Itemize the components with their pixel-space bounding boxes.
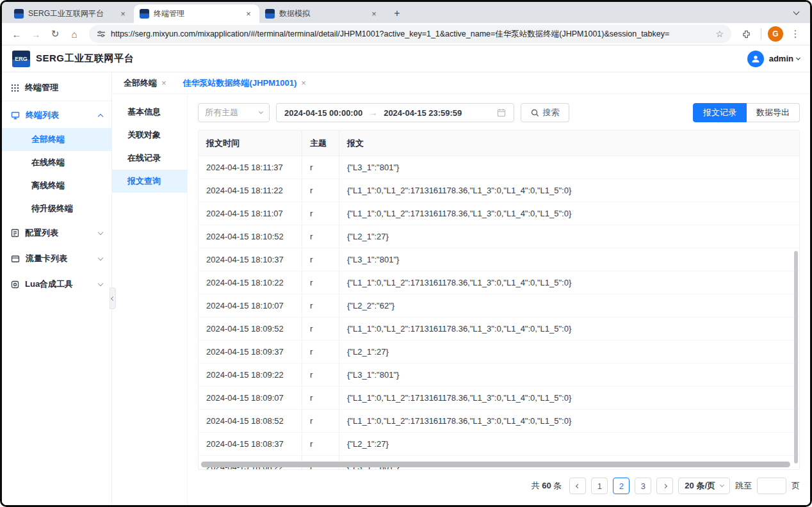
message-table: 报文时间 主题 报文 2024-04-15 18:11:37 r {"L3_1"…: [198, 130, 800, 470]
extensions-icon[interactable]: [738, 26, 754, 42]
detail-area: 基本信息 关联对象 在线记录 报文查询 所有主题 2024-04-15 00:0…: [112, 94, 810, 505]
cell-time: 2024-04-15 18:09:22: [199, 364, 302, 386]
workspace-tab-bar: 全部终端 × 佳华泵站数据终端(JHPM1001) ×: [112, 72, 810, 94]
cell-payload: {"L1_1":0,"L1_2":1713161178.36,"L1_3":0,…: [339, 271, 799, 294]
tab-close-icon[interactable]: ×: [301, 78, 306, 88]
grid-icon: [11, 84, 19, 92]
cell-topic: r: [302, 318, 339, 340]
sidebar-item-lua-tool[interactable]: Lua合成工具: [2, 271, 111, 297]
page-button-3[interactable]: 3: [635, 478, 651, 494]
page-button-1[interactable]: 1: [591, 478, 608, 494]
tab-search-button[interactable]: [788, 5, 804, 20]
table-row: 2024-04-15 18:10:22 r {"L1_1":0,"L1_2":1…: [199, 271, 799, 294]
sidebar-item-sim-list[interactable]: 流量卡列表: [2, 246, 111, 271]
horizontal-scrollbar[interactable]: [201, 462, 790, 467]
message-records-button[interactable]: 报文记录: [693, 103, 747, 122]
sidebar-item-label: 配置列表: [25, 227, 58, 239]
browser-tab-title: SERG工业互联网平台: [28, 8, 113, 19]
home-icon[interactable]: ⌂: [66, 26, 83, 42]
tab-close-icon[interactable]: ×: [243, 9, 254, 19]
cell-payload: {"L1_1":0,"L1_2":1713161178.36,"L1_3":0,…: [339, 179, 799, 202]
browser-menu-icon[interactable]: ⋮: [787, 26, 804, 42]
sidebar-collapse-handle[interactable]: [110, 287, 116, 309]
next-page-button[interactable]: [656, 478, 673, 494]
table-row: 2024-04-15 18:09:37 r {"L2_1":27}: [199, 341, 799, 364]
lua-tool-icon: [11, 280, 19, 289]
detail-nav-relations[interactable]: 关联对象: [112, 124, 187, 147]
tab-close-icon[interactable]: ×: [369, 9, 379, 19]
search-button[interactable]: 搜索: [521, 103, 569, 122]
sidebar-item-label: 全部终端: [31, 134, 65, 145]
reload-icon[interactable]: ↻: [47, 26, 63, 42]
app-header: ERG SERG工业互联网平台 admin: [2, 45, 810, 72]
detail-nav: 基本信息 关联对象 在线记录 报文查询: [112, 94, 188, 505]
vertical-scrollbar[interactable]: [794, 251, 798, 463]
detail-nav-basic-info[interactable]: 基本信息: [112, 101, 187, 124]
app-header-right: admin: [747, 51, 800, 67]
search-icon: [531, 109, 539, 117]
sidebar-item-offline-terminals[interactable]: 离线终端: [2, 174, 111, 197]
app-logo: ERG: [12, 51, 30, 67]
address-bar[interactable]: https://serg.mixyun.com/mixapplication/#…: [89, 25, 731, 43]
sidebar-item-online-terminals[interactable]: 在线终端: [2, 151, 111, 174]
calendar-icon: [497, 108, 506, 117]
username-label: admin: [769, 54, 793, 63]
detail-nav-label: 报文查询: [127, 175, 161, 187]
cell-payload: {"L3_1":"801"}: [339, 248, 799, 271]
cell-topic: r: [302, 294, 339, 317]
profile-avatar[interactable]: G: [768, 26, 783, 42]
table-row: 2024-04-15 18:09:52 r {"L1_1":0,"L1_2":1…: [199, 318, 799, 341]
chevron-down-icon: [98, 280, 103, 286]
cell-payload: {"L3_1":"801"}: [339, 156, 799, 179]
workspace-tab-label: 全部终端: [124, 77, 157, 89]
jump-page-input[interactable]: [757, 478, 786, 494]
user-menu[interactable]: admin: [769, 54, 800, 63]
cell-topic: r: [302, 179, 339, 202]
site-settings-icon[interactable]: [97, 29, 106, 38]
chevron-up-icon: [98, 113, 103, 118]
content-area: 全部终端 × 佳华泵站数据终端(JHPM1001) × 基本信息 关联对象 在线…: [112, 72, 810, 505]
table-row: 2024-04-15 18:10:52 r {"L2_1":27}: [199, 225, 799, 248]
data-export-button[interactable]: 数据导出: [747, 103, 800, 122]
bookmark-star-icon[interactable]: ☆: [715, 29, 724, 39]
cell-topic: r: [302, 271, 339, 294]
page-label: 页: [792, 480, 800, 492]
browser-tab-data-sim[interactable]: 数据模拟 ×: [259, 4, 385, 23]
detail-nav-message-query[interactable]: 报文查询: [112, 170, 187, 193]
page-size-select[interactable]: 20 条/页: [678, 478, 730, 494]
user-avatar-icon[interactable]: [747, 51, 764, 67]
cell-payload: {"L3_1":"801"}: [339, 364, 799, 386]
cell-topic: r: [302, 364, 339, 386]
browser-tab-platform[interactable]: SERG工业互联网平台 ×: [8, 4, 134, 23]
date-range-picker[interactable]: 2024-04-15 00:00:00 → 2024-04-15 23:59:5…: [276, 103, 514, 122]
forward-icon[interactable]: →: [28, 26, 44, 42]
cell-payload: {"L1_1":0,"L1_2":1713161178.36,"L1_3":0,…: [339, 202, 799, 225]
sidebar-item-config-list[interactable]: 配置列表: [2, 220, 111, 246]
sidebar-item-label: 待升级终端: [31, 203, 73, 214]
new-tab-button[interactable]: +: [389, 5, 405, 22]
sidebar-item-terminal-manage[interactable]: 终端管理: [2, 75, 111, 101]
page-button-2[interactable]: 2: [613, 478, 629, 494]
sidebar-item-label: 流量卡列表: [26, 253, 67, 264]
cell-time: 2024-04-15 18:11:22: [199, 179, 302, 202]
sidebar-item-upgrade-terminals[interactable]: 待升级终端: [2, 197, 111, 220]
chevron-down-icon: [98, 255, 103, 260]
workspace-tab-terminal-detail[interactable]: 佳华泵站数据终端(JHPM1001) ×: [183, 77, 306, 89]
sidebar-item-terminal-list[interactable]: 终端列表: [2, 102, 111, 128]
search-button-label: 搜索: [543, 107, 560, 118]
cell-topic: r: [302, 156, 339, 179]
prev-page-button[interactable]: [569, 478, 586, 494]
topic-select[interactable]: 所有主题: [198, 103, 270, 122]
table-row: 2024-04-15 18:09:22 r {"L3_1":"801"}: [199, 364, 799, 387]
back-icon[interactable]: ←: [8, 26, 25, 42]
browser-tab-terminal-manage[interactable]: 终端管理 ×: [134, 4, 259, 23]
workspace-tab-all-terminals[interactable]: 全部终端 ×: [124, 77, 166, 89]
cell-topic: r: [302, 433, 339, 455]
tab-close-icon[interactable]: ×: [118, 9, 128, 19]
sidebar-item-all-terminals[interactable]: 全部终端: [2, 128, 111, 151]
sidebar-item-label: 终端管理: [25, 82, 58, 93]
tab-close-icon[interactable]: ×: [161, 78, 166, 88]
detail-nav-online-records[interactable]: 在线记录: [112, 147, 187, 170]
page-size-value: 20 条/页: [685, 480, 715, 492]
cell-time: 2024-04-15 18:10:07: [199, 294, 302, 317]
